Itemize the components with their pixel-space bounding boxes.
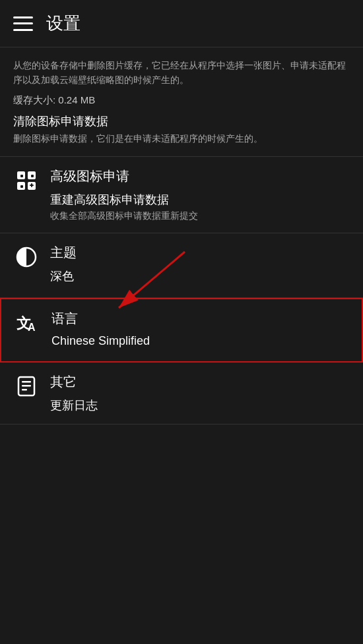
svg-rect-6 (20, 185, 23, 188)
theme-title: 主题 (50, 244, 350, 262)
svg-rect-4 (20, 175, 23, 177)
menu-button[interactable] (13, 16, 33, 31)
clear-icon-request-title: 清除图标申请数据 (13, 113, 350, 129)
page-title: 设置 (46, 12, 81, 35)
other-content: 其它 更新日志 (50, 373, 350, 413)
advanced-icon-request-icon (13, 167, 40, 194)
svg-rect-17 (22, 389, 27, 391)
theme-content: 主题 深色 (50, 244, 350, 287)
svg-rect-15 (22, 381, 31, 383)
other-icon (13, 373, 40, 399)
svg-rect-5 (31, 175, 34, 177)
advanced-icon-title: 高级图标申请 (50, 167, 350, 185)
clear-icon-request-desc: 删除图标申请数据，它们是在申请未适配程序的时候产生的。 (13, 132, 350, 146)
language-title: 语言 (51, 310, 348, 328)
language-icon: 文 A (15, 310, 41, 336)
advanced-icon-section: 高级图标申请 重建高级图标申请数据 收集全部高级图标申请数据重新提交 (0, 157, 363, 233)
language-content: 语言 Chinese Simplified (51, 310, 348, 351)
other-title: 其它 (50, 373, 350, 391)
app-header: 设置 (0, 0, 363, 47)
update-log-item[interactable]: 更新日志 (50, 397, 350, 413)
current-theme[interactable]: 深色 (50, 268, 350, 284)
cache-description: 从您的设备存储中删除图片缓存，它已经在从程序中选择一张图片、申请未适配程序以及加… (13, 58, 350, 88)
advanced-icon-content: 高级图标申请 重建高级图标申请数据 收集全部高级图标申请数据重新提交 (50, 167, 350, 222)
cache-size-label: 缓存大小: 0.24 MB (13, 94, 350, 107)
rebuild-desc: 收集全部高级图标申请数据重新提交 (50, 210, 350, 222)
language-highlight-border: 文 A 语言 Chinese Simplified (0, 298, 363, 363)
rebuild-title[interactable]: 重建高级图标申请数据 (50, 192, 350, 208)
language-wrapper: 文 A 语言 Chinese Simplified (0, 298, 363, 363)
cache-section: 从您的设备存储中删除图片缓存，它已经在从程序中选择一张图片、申请未适配程序以及加… (0, 47, 363, 157)
theme-icon (13, 244, 40, 270)
other-section: 其它 更新日志 (0, 363, 363, 424)
svg-rect-8 (31, 183, 32, 187)
current-language[interactable]: Chinese Simplified (51, 334, 348, 348)
svg-rect-16 (22, 385, 31, 387)
theme-section: 主题 深色 (0, 233, 363, 298)
svg-text:A: A (28, 322, 36, 333)
language-section: 文 A 语言 Chinese Simplified (1, 299, 362, 361)
clear-icon-request-item[interactable]: 清除图标申请数据 删除图标申请数据，它们是在申请未适配程序的时候产生的。 (13, 113, 350, 146)
